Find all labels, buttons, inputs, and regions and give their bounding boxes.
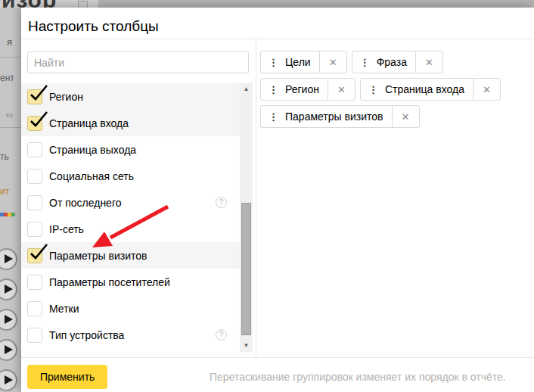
column-list-item[interactable]: Параметры визитов bbox=[21, 242, 240, 269]
column-list-item[interactable]: Социальная сеть bbox=[21, 163, 240, 189]
chip-label: Регион bbox=[285, 83, 319, 95]
help-icon[interactable]: ? bbox=[216, 329, 227, 341]
help-icon[interactable]: ? bbox=[216, 197, 227, 208]
search-input[interactable] bbox=[27, 51, 249, 73]
chip-drag-area[interactable]: ⋮ Цели bbox=[261, 51, 319, 73]
drag-handle-icon[interactable]: ⋮ bbox=[368, 85, 378, 95]
columns-list: Регион Страница входа Страница выхода Со… bbox=[21, 83, 240, 348]
play-icon bbox=[5, 345, 13, 354]
checkbox[interactable] bbox=[27, 142, 42, 157]
configure-columns-dialog: Настроить столбцы Регион Страница входа … bbox=[21, 8, 534, 392]
checkbox[interactable] bbox=[27, 116, 42, 131]
background-text-fragment: ть bbox=[0, 151, 9, 162]
selected-column-chip: ⋮ Параметры визитов ✕ bbox=[260, 105, 420, 128]
column-list-item[interactable]: Параметры посетителей bbox=[21, 269, 240, 295]
drag-handle-icon[interactable]: ⋮ bbox=[269, 112, 278, 122]
play-icon bbox=[5, 285, 13, 294]
screen: изор яенткотьит Настроить столбцы Регион… bbox=[0, 0, 534, 392]
background-text-fragment: ент bbox=[0, 73, 14, 83]
selected-column-chip: ⋮ Фраза ✕ bbox=[352, 51, 443, 73]
column-list-item[interactable]: Метки bbox=[21, 295, 240, 322]
column-label: Параметры визитов bbox=[49, 250, 147, 262]
chip-drag-area[interactable]: ⋮ Фраза bbox=[352, 51, 415, 73]
column-list-item[interactable]: Страница входа bbox=[21, 110, 240, 136]
scroll-up-arrow-icon[interactable]: ▲ bbox=[240, 85, 253, 94]
selected-column-chip: ⋮ Цели ✕ bbox=[260, 51, 347, 73]
close-icon[interactable]: ✕ bbox=[415, 51, 442, 73]
background-left-strip: яенткотьит bbox=[0, 8, 21, 392]
checkbox[interactable] bbox=[27, 169, 42, 184]
column-list-item[interactable]: Страница выхода bbox=[21, 136, 240, 163]
column-label: Социальная сеть bbox=[49, 170, 134, 182]
selected-columns-panel: ⋮ Цели ✕ ⋮ Фраза ✕ ⋮ Регион ✕ ⋮ Страница… bbox=[256, 39, 534, 357]
column-label: IP-сеть bbox=[49, 223, 84, 235]
chip-label: Фраза bbox=[377, 56, 407, 68]
dialog-title: Настроить столбцы bbox=[28, 18, 159, 35]
selected-column-chip: ⋮ Страница входа ✕ bbox=[360, 78, 501, 101]
checkbox[interactable] bbox=[27, 248, 42, 263]
background-text-fragment: ит bbox=[0, 186, 9, 197]
checkmark-icon bbox=[29, 110, 48, 130]
background-mini-chart bbox=[0, 213, 15, 216]
column-label: Страница входа bbox=[49, 117, 129, 129]
scrollbar-thumb[interactable] bbox=[241, 203, 251, 335]
column-label: Страница выхода bbox=[49, 144, 136, 156]
play-button bbox=[0, 309, 17, 331]
checkbox[interactable] bbox=[27, 89, 42, 104]
checkbox[interactable] bbox=[27, 222, 42, 237]
column-label: Тип устройства bbox=[49, 329, 124, 341]
checkbox[interactable] bbox=[27, 301, 42, 316]
chip-label: Страница входа bbox=[385, 83, 464, 95]
drag-handle-icon[interactable]: ⋮ bbox=[269, 85, 278, 95]
checkmark-icon bbox=[29, 84, 48, 104]
play-icon bbox=[5, 375, 13, 384]
close-icon[interactable]: ✕ bbox=[319, 51, 346, 73]
drag-handle-icon[interactable]: ⋮ bbox=[269, 58, 278, 67]
column-list-item[interactable]: От последнего ? bbox=[21, 189, 240, 216]
checkbox[interactable] bbox=[27, 328, 42, 343]
close-icon[interactable]: ✕ bbox=[392, 106, 419, 127]
play-icon bbox=[5, 315, 13, 324]
column-label: От последнего bbox=[49, 197, 121, 209]
play-button bbox=[0, 369, 17, 391]
play-icon bbox=[5, 254, 13, 263]
play-button bbox=[0, 248, 17, 270]
apply-button[interactable]: Применить bbox=[27, 365, 107, 389]
checkmark-icon bbox=[29, 243, 48, 263]
background-page-heading: изор bbox=[2, 0, 57, 8]
chip-drag-area[interactable]: ⋮ Регион bbox=[261, 79, 328, 100]
close-icon[interactable]: ✕ bbox=[473, 79, 500, 100]
play-button bbox=[0, 339, 17, 361]
column-list-item[interactable]: Тип устройства ? bbox=[21, 322, 240, 348]
column-list-item[interactable]: Регион bbox=[21, 83, 240, 110]
footer-hint: Перетаскивание группировок изменяет их п… bbox=[210, 365, 506, 389]
chip-drag-area[interactable]: ⋮ Страница входа bbox=[361, 79, 473, 100]
background-divider bbox=[0, 57, 21, 58]
scroll-down-arrow-icon[interactable]: ▼ bbox=[240, 341, 253, 350]
checkbox[interactable] bbox=[27, 195, 42, 210]
column-label: Регион bbox=[49, 91, 83, 103]
chip-label: Параметры визитов bbox=[285, 110, 383, 123]
close-icon[interactable]: ✕ bbox=[328, 79, 355, 100]
column-label: Метки bbox=[49, 303, 79, 315]
background-text-fragment: ко bbox=[6, 111, 13, 119]
column-list-item[interactable]: IP-сеть bbox=[21, 216, 240, 242]
background-divider bbox=[0, 127, 21, 128]
scrollbar[interactable]: ▲ ▼ bbox=[240, 83, 253, 352]
footer-divider bbox=[21, 357, 534, 358]
column-label: Параметры посетителей bbox=[49, 276, 170, 288]
chip-drag-area[interactable]: ⋮ Параметры визитов bbox=[261, 106, 392, 127]
chip-label: Цели bbox=[285, 56, 311, 68]
checkbox[interactable] bbox=[27, 275, 42, 290]
drag-handle-icon[interactable]: ⋮ bbox=[360, 58, 370, 67]
background-text-fragment: я bbox=[7, 36, 12, 48]
play-button bbox=[0, 278, 17, 300]
selected-column-chip: ⋮ Регион ✕ bbox=[260, 78, 355, 101]
